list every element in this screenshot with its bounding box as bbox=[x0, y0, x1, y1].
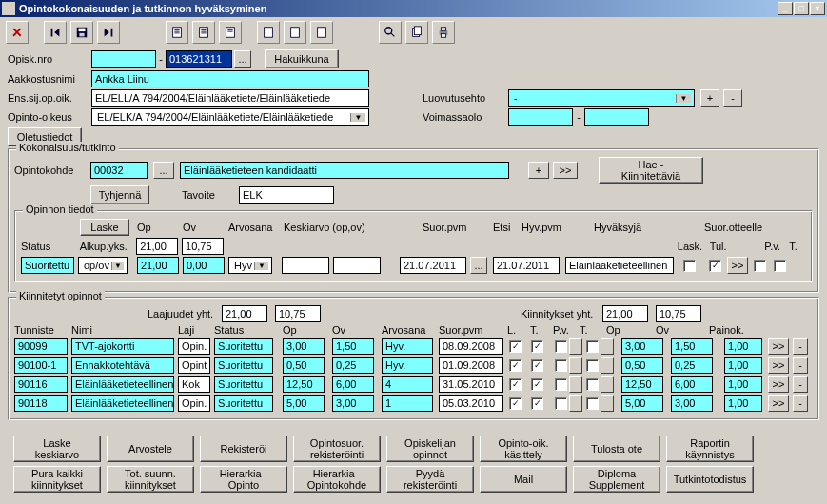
row-t2-check[interactable] bbox=[586, 340, 599, 353]
footer-button[interactable]: Pyydä rekisteröinti bbox=[386, 466, 474, 493]
cell-laji[interactable]: Opin. bbox=[178, 395, 210, 412]
cell-nimi[interactable]: TVT-ajokortti bbox=[71, 338, 174, 355]
row-remove[interactable]: - bbox=[793, 357, 808, 374]
cell-laji[interactable]: Opin. bbox=[178, 338, 210, 355]
row-pv-check[interactable] bbox=[555, 397, 567, 410]
cell-kov[interactable]: 0,25 bbox=[671, 357, 713, 374]
cell-nimi[interactable]: Ennakkotehtävä bbox=[71, 357, 174, 374]
luovutus-plus[interactable]: + bbox=[700, 89, 719, 107]
row-t2-btn[interactable] bbox=[601, 338, 614, 355]
cell-painok[interactable]: 1,00 bbox=[724, 395, 762, 412]
row-next[interactable]: >> bbox=[768, 376, 789, 393]
opintokohde-name[interactable]: Eläinlääketieteen kandidaatti bbox=[180, 162, 509, 179]
lask-check[interactable] bbox=[683, 260, 696, 272]
cell-painok[interactable]: 1,00 bbox=[724, 357, 762, 374]
tool-doc2-icon[interactable] bbox=[192, 21, 215, 44]
cell-arvosana[interactable]: Hyv. bbox=[382, 338, 433, 355]
row-next[interactable]: >> bbox=[768, 357, 789, 374]
cell-ov[interactable]: 6,00 bbox=[332, 376, 374, 393]
row-pv-btn[interactable] bbox=[569, 395, 582, 412]
row-t-check[interactable]: ✓ bbox=[531, 397, 543, 410]
cell-kop[interactable]: 12,50 bbox=[621, 376, 663, 393]
cancel-icon[interactable]: ✕ bbox=[6, 21, 29, 44]
status-field[interactable]: Suoritettu bbox=[21, 257, 74, 274]
keskiarvo-op[interactable] bbox=[282, 257, 329, 274]
pv-check[interactable] bbox=[754, 260, 766, 272]
opinto-oikeus-select[interactable]: EL/ELK/A 794/2004/Eläinlääketiete/Eläinl… bbox=[91, 108, 369, 126]
luovutusehto-select[interactable]: -▼ bbox=[508, 89, 695, 107]
row-t2-btn[interactable] bbox=[601, 376, 614, 393]
footer-button[interactable]: Diploma Supplement bbox=[573, 466, 660, 493]
row-t-check[interactable]: ✓ bbox=[531, 359, 543, 372]
hakuikkuna-button[interactable]: Hakuikkuna bbox=[265, 49, 339, 68]
cell-kov[interactable]: 3,00 bbox=[671, 395, 713, 412]
cell-status[interactable]: Suoritettu bbox=[214, 338, 273, 355]
cell-status[interactable]: Suoritettu bbox=[214, 395, 273, 412]
print-icon[interactable] bbox=[432, 21, 455, 44]
cell-arvosana[interactable]: 4 bbox=[382, 376, 433, 393]
cell-tunniste[interactable]: 90099 bbox=[14, 338, 68, 355]
arvosana-select[interactable]: Hyv▼ bbox=[228, 257, 272, 274]
cell-op[interactable]: 5,00 bbox=[283, 395, 325, 412]
footer-button[interactable]: Rekisteröi bbox=[200, 436, 287, 462]
close-button[interactable]: × bbox=[810, 2, 825, 15]
footer-button[interactable]: Tulosta ote bbox=[573, 436, 660, 462]
row-pv-check[interactable] bbox=[555, 378, 567, 391]
row-next[interactable]: >> bbox=[768, 395, 789, 412]
etsi-picker[interactable]: ... bbox=[470, 257, 487, 274]
voimassa-to[interactable] bbox=[584, 108, 649, 126]
hyvpvm-field[interactable]: 21.07.2011 bbox=[493, 257, 560, 274]
nro-picker[interactable]: ... bbox=[234, 50, 251, 68]
row-l-check[interactable]: ✓ bbox=[509, 397, 522, 410]
row-t2-check[interactable] bbox=[586, 397, 599, 410]
suorpvm-field[interactable]: 21.07.2011 bbox=[400, 257, 466, 274]
op-field2[interactable]: 21,00 bbox=[137, 257, 179, 274]
opov-select[interactable]: op/ov▼ bbox=[78, 257, 128, 274]
cell-suorpvm[interactable]: 05.03.2010 bbox=[439, 395, 503, 412]
cell-laji[interactable]: Kok bbox=[178, 376, 210, 393]
footer-button[interactable]: Mail bbox=[480, 466, 567, 493]
cell-laji[interactable]: Opint bbox=[178, 357, 210, 374]
row-pv-check[interactable] bbox=[555, 340, 567, 353]
copy-icon[interactable] bbox=[405, 21, 428, 44]
row-pv-btn[interactable] bbox=[569, 376, 582, 393]
row-t2-btn[interactable] bbox=[601, 395, 614, 412]
cell-arvosana[interactable]: 1 bbox=[382, 395, 433, 412]
t-check[interactable] bbox=[774, 260, 786, 272]
hyvaksyja-field[interactable]: Eläinlääketieteellinen bbox=[565, 257, 674, 274]
cell-ov[interactable]: 0,25 bbox=[332, 357, 374, 374]
footer-button[interactable]: Opintosuor. rekisteröinti bbox=[293, 436, 381, 462]
laske-button[interactable]: Laske bbox=[80, 219, 129, 236]
luovutus-minus[interactable]: - bbox=[723, 89, 742, 107]
maximize-button[interactable]: □ bbox=[794, 2, 809, 15]
cell-kop[interactable]: 3,00 bbox=[621, 338, 663, 355]
cell-status[interactable]: Suoritettu bbox=[214, 376, 273, 393]
tool-doc5-icon[interactable] bbox=[284, 21, 306, 44]
cell-tunniste[interactable]: 90100-1 bbox=[14, 357, 68, 374]
cell-kov[interactable]: 1,50 bbox=[671, 338, 713, 355]
op-field[interactable]: 21,00 bbox=[136, 238, 178, 255]
row-l-check[interactable]: ✓ bbox=[509, 378, 522, 391]
footer-button[interactable]: Raportin käynnistys bbox=[666, 436, 754, 462]
tool-doc4-icon[interactable] bbox=[257, 21, 280, 44]
ott-next[interactable]: >> bbox=[727, 257, 748, 274]
opisk-nro-code[interactable]: 013621311 bbox=[166, 50, 232, 68]
voimassa-from[interactable] bbox=[508, 108, 573, 126]
cell-nimi[interactable]: Eläinlääketieteellinen bbox=[71, 395, 174, 412]
tyhjenna-button[interactable]: Tyhjennä bbox=[90, 185, 149, 204]
save-icon[interactable] bbox=[70, 21, 93, 44]
row-t-check[interactable]: ✓ bbox=[531, 340, 543, 353]
row-l-check[interactable]: ✓ bbox=[509, 359, 522, 372]
cell-op[interactable]: 0,50 bbox=[283, 357, 325, 374]
tul-check[interactable]: ✓ bbox=[709, 260, 721, 272]
row-remove[interactable]: - bbox=[793, 395, 808, 412]
ens-sij-field[interactable]: EL/ELL/A 794/2004/Eläinlääketiete/Eläinl… bbox=[91, 89, 369, 107]
cell-op[interactable]: 12,50 bbox=[283, 376, 325, 393]
cell-painok[interactable]: 1,00 bbox=[724, 376, 762, 393]
cell-op[interactable]: 3,00 bbox=[283, 338, 325, 355]
row-t2-check[interactable] bbox=[586, 378, 599, 391]
row-remove[interactable]: - bbox=[793, 376, 808, 393]
cell-status[interactable]: Suoritettu bbox=[214, 357, 273, 374]
row-pv-btn[interactable] bbox=[569, 357, 582, 374]
hae-button[interactable]: Hae - Kiinnitettäviä bbox=[599, 157, 703, 184]
